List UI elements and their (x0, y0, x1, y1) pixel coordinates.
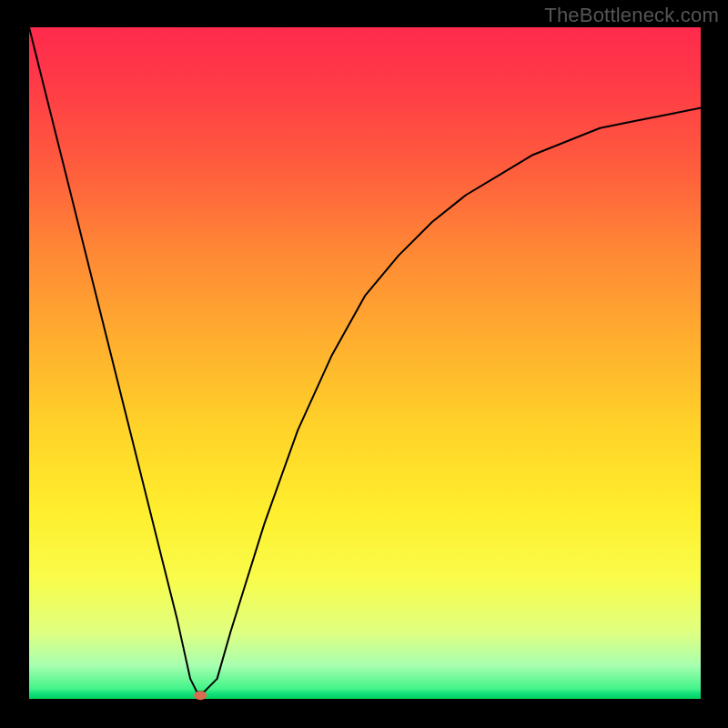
min-marker (194, 691, 207, 700)
bottleneck-curve (29, 27, 701, 693)
chart-frame: TheBottleneck.com (0, 0, 728, 728)
plot-area (29, 27, 701, 699)
curve-svg (29, 27, 701, 699)
watermark-text: TheBottleneck.com (544, 4, 719, 27)
